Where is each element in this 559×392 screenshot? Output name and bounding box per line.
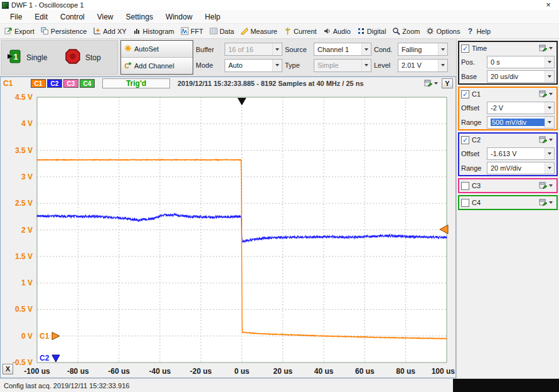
menu-item-control[interactable]: Control xyxy=(54,11,91,23)
chevron-down-icon xyxy=(545,102,554,114)
chevron-down-icon xyxy=(438,43,447,55)
oscilloscope-plot[interactable]: 4.5 V4 V3.5 V3 V2.5 V2 V1.5 V1 V0.5 V0 V… xyxy=(1,90,455,378)
single-label: Single xyxy=(26,53,47,62)
time-settings-button[interactable] xyxy=(537,43,555,53)
svg-text:1 V: 1 V xyxy=(21,278,33,287)
options-icon xyxy=(426,27,434,35)
toolbar-item-histogram[interactable]: Histogram xyxy=(130,26,178,36)
toolbar-item-measure[interactable]: Measure xyxy=(237,26,280,36)
histogram-icon xyxy=(133,27,141,35)
chevron-down-icon xyxy=(545,162,554,174)
menu-bar: FileEditControlViewSettingsWindowHelp xyxy=(0,10,559,24)
c4-checkbox[interactable] xyxy=(461,199,469,207)
stop-button[interactable]: Stop xyxy=(60,41,117,74)
acquisition-info: 2019/12/11 15:32:33.885 - 8192 Samples a… xyxy=(178,80,364,87)
svg-text:2 V: 2 V xyxy=(21,226,33,235)
chevron-down-icon xyxy=(545,148,554,159)
c2-checkbox[interactable]: ✓ xyxy=(461,136,469,144)
c1-range-select[interactable]: 500 mV/div xyxy=(487,116,555,129)
svg-text:?: ? xyxy=(468,27,472,35)
cond-label: Cond. xyxy=(374,46,395,53)
tab-c4[interactable]: C4 xyxy=(80,79,95,88)
svg-text:-40 us: -40 us xyxy=(149,367,171,376)
time-base-select[interactable]: 20 us/div xyxy=(487,70,555,83)
tab-c3[interactable]: C3 xyxy=(63,79,78,88)
c4-settings-button[interactable] xyxy=(537,198,555,208)
tab-c2[interactable]: C2 xyxy=(47,79,62,88)
toolbar-item-help[interactable]: ?Help xyxy=(463,26,494,36)
c1-settings-button[interactable] xyxy=(537,89,555,99)
scope-header: C1 C1C2C3C4 Trig'd 2019/12/11 15:32:33.8… xyxy=(1,77,455,90)
main-toolbar: ExportPersistenceAdd XYHistogramFFTDataM… xyxy=(0,24,559,39)
chevron-down-icon xyxy=(361,43,371,55)
toolbar-item-persistence[interactable]: Persistence xyxy=(38,26,90,36)
c2-settings-button[interactable] xyxy=(537,135,555,145)
autoset-group: AutoSet C Add Channel xyxy=(120,40,193,75)
chevron-down-icon xyxy=(361,60,371,72)
chevron-down-icon xyxy=(545,56,554,68)
c1-checkbox[interactable]: ✓ xyxy=(461,90,469,98)
window-title: DWF 1 - Oscilloscope 1 xyxy=(11,1,84,9)
type-label: Type xyxy=(285,61,311,69)
toolbar-item-fft[interactable]: FFT xyxy=(178,26,206,36)
toolbar-item-audio[interactable]: Audio xyxy=(320,26,354,36)
svg-text:4 V: 4 V xyxy=(21,119,33,128)
cond-select[interactable]: Falling xyxy=(398,43,448,56)
range-label: Range xyxy=(461,164,485,172)
chevron-down-icon xyxy=(438,60,447,72)
data-icon xyxy=(210,27,218,35)
type-select[interactable]: Simple xyxy=(314,59,371,72)
plot-settings-button[interactable] xyxy=(422,78,440,88)
run-stop-group: 1 Single Stop xyxy=(1,40,118,75)
toolbar-item-data[interactable]: Data xyxy=(206,26,237,36)
chevron-down-icon xyxy=(272,43,282,55)
time-panel-label: Time xyxy=(472,45,487,52)
toolbar-item-current[interactable]: Current xyxy=(280,26,320,36)
add-channel-button[interactable]: C Add Channel xyxy=(121,58,193,74)
cond-level-column: Cond. Falling Level 2.01 V xyxy=(374,40,448,75)
tab-c1[interactable]: C1 xyxy=(31,79,46,88)
toolbar-item-digital[interactable]: Digital xyxy=(354,26,390,36)
c3-checkbox[interactable] xyxy=(461,182,469,190)
menu-item-edit[interactable]: Edit xyxy=(28,11,54,23)
menu-item-help[interactable]: Help xyxy=(199,11,227,23)
source-select[interactable]: Channel 1 xyxy=(314,43,371,56)
x-axis-button[interactable]: X xyxy=(3,364,13,374)
toolbar-item-export[interactable]: Export xyxy=(1,26,38,36)
time-checkbox[interactable]: ✓ xyxy=(461,45,469,53)
toolbar-item-add-xy[interactable]: Add XY xyxy=(90,26,129,36)
menu-item-window[interactable]: Window xyxy=(159,11,199,23)
c1-panel-label: C1 xyxy=(472,90,481,98)
c2-range-select[interactable]: 20 mV/div xyxy=(487,162,555,174)
c1-offset-select[interactable]: -2 V xyxy=(487,102,555,114)
svg-text:-80 us: -80 us xyxy=(67,367,89,376)
toolbar-item-zoom[interactable]: Zoom xyxy=(389,26,423,36)
c2-offset-select[interactable]: -1.613 V xyxy=(487,147,555,160)
axis-channel-label[interactable]: C1 xyxy=(3,79,28,88)
channel-tabs: C1C2C3C4 xyxy=(31,79,95,88)
fft-icon xyxy=(181,27,189,35)
persistence-icon xyxy=(41,27,49,35)
c1-panel: ✓ C1 Offset -2 V Range 500 mV/div xyxy=(458,87,558,130)
menu-item-view[interactable]: View xyxy=(91,11,120,23)
toolbar-item-options[interactable]: Options xyxy=(423,26,463,36)
chevron-down-icon xyxy=(545,117,554,128)
zoom-icon xyxy=(392,27,400,35)
svg-text:-100 us: -100 us xyxy=(24,367,50,376)
time-position-select[interactable]: 0 s xyxy=(487,56,555,68)
close-button[interactable]: × xyxy=(538,0,559,10)
c3-settings-button[interactable] xyxy=(537,181,555,191)
svg-text:1: 1 xyxy=(13,52,18,61)
autoset-button[interactable]: AutoSet xyxy=(121,41,193,58)
buffer-select[interactable]: 16 of 16 xyxy=(225,43,282,56)
mode-select[interactable]: Auto xyxy=(225,59,282,72)
y-axis-button[interactable]: Y xyxy=(442,78,453,88)
menu-item-settings[interactable]: Settings xyxy=(120,11,159,23)
menu-item-file[interactable]: File xyxy=(4,11,28,23)
single-button[interactable]: 1 Single xyxy=(2,41,60,74)
mode-label: Mode xyxy=(196,61,222,69)
base-label: Base xyxy=(461,73,485,80)
level-select[interactable]: 2.01 V xyxy=(398,59,448,72)
stop-icon xyxy=(65,48,81,66)
svg-text:3.5 V: 3.5 V xyxy=(15,146,33,155)
